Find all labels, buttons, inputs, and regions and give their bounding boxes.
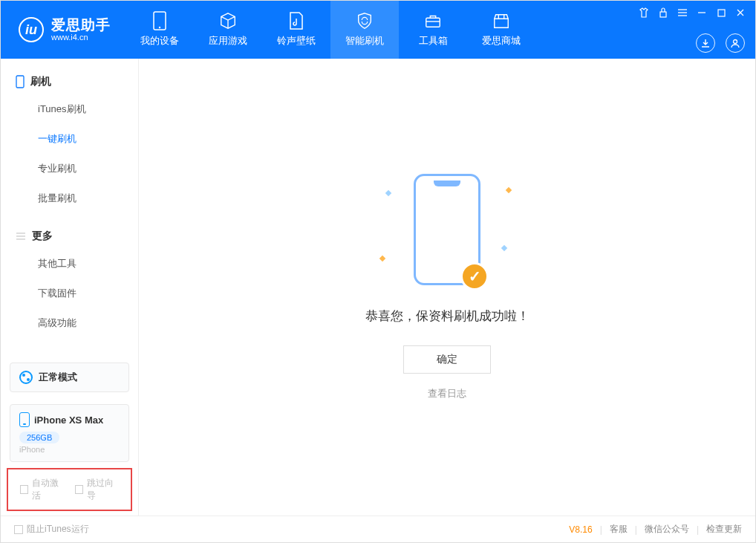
svg-rect-2 bbox=[426, 18, 440, 27]
main-content: ✓ 恭喜您，保资料刷机成功啦！ 确定 查看日志 bbox=[139, 59, 755, 516]
tab-label: 铃声壁纸 bbox=[277, 34, 316, 48]
footer-link-wechat[interactable]: 微信公众号 bbox=[645, 523, 689, 536]
tab-my-device[interactable]: 我的设备 bbox=[126, 1, 194, 59]
normal-mode-icon bbox=[19, 371, 33, 384]
svg-point-12 bbox=[734, 40, 737, 44]
list-icon bbox=[16, 232, 26, 241]
svg-rect-4 bbox=[660, 12, 666, 17]
tab-label: 工具箱 bbox=[419, 34, 448, 48]
sparkle-icon bbox=[501, 245, 507, 251]
checkbox-label: 阻止iTunes运行 bbox=[27, 523, 89, 536]
device-capacity-badge: 256GB bbox=[19, 432, 59, 443]
svg-rect-9 bbox=[718, 10, 725, 16]
ok-button[interactable]: 确定 bbox=[403, 345, 491, 374]
user-button[interactable] bbox=[726, 33, 745, 53]
sidebar-item-advanced[interactable]: 高级功能 bbox=[1, 308, 138, 338]
window-controls bbox=[638, 7, 746, 19]
tab-toolbox[interactable]: 工具箱 bbox=[399, 1, 467, 59]
refresh-shield-icon bbox=[356, 12, 374, 30]
tab-label: 我的设备 bbox=[140, 34, 179, 48]
cube-icon bbox=[219, 12, 237, 30]
checkbox-skip-guide[interactable]: 跳过向导 bbox=[75, 477, 120, 502]
menu-icon[interactable] bbox=[677, 7, 688, 19]
device-name: iPhone XS Max bbox=[34, 414, 103, 426]
checkbox-icon bbox=[75, 485, 83, 494]
lock-icon[interactable] bbox=[657, 7, 669, 19]
app-url: www.i4.cn bbox=[51, 33, 111, 42]
check-badge-icon: ✓ bbox=[460, 262, 489, 290]
sidebar-item-itunes-flash[interactable]: iTunes刷机 bbox=[1, 94, 138, 124]
download-button[interactable] bbox=[696, 33, 715, 53]
app-title: 爱思助手 bbox=[51, 18, 111, 33]
music-file-icon bbox=[287, 12, 305, 30]
device-mode-box[interactable]: 正常模式 bbox=[10, 362, 129, 392]
main-tabs: 我的设备 应用游戏 铃声壁纸 智能刷机 工具箱 爱思商城 bbox=[126, 1, 535, 59]
success-message: 恭喜您，保资料刷机成功啦！ bbox=[365, 308, 529, 325]
checkbox-label: 自动激活 bbox=[32, 477, 64, 502]
tab-label: 智能刷机 bbox=[345, 34, 384, 48]
footer-link-update[interactable]: 检查更新 bbox=[706, 523, 742, 536]
footer-link-support[interactable]: 客服 bbox=[610, 523, 628, 536]
tab-smart-flash[interactable]: 智能刷机 bbox=[330, 1, 399, 59]
close-button[interactable] bbox=[734, 7, 746, 19]
tab-apps-games[interactable]: 应用游戏 bbox=[194, 1, 262, 59]
checkbox-auto-activate[interactable]: 自动激活 bbox=[20, 477, 65, 502]
device-info-box[interactable]: iPhone XS Max 256GB iPhone bbox=[10, 404, 129, 462]
tshirt-icon[interactable] bbox=[638, 7, 650, 19]
toolbox-icon bbox=[424, 12, 442, 30]
svg-rect-13 bbox=[16, 76, 24, 88]
sidebar: 刷机 iTunes刷机 一键刷机 专业刷机 批量刷机 更多 其他工具 下载固件 … bbox=[1, 59, 139, 516]
phone-success-illustration: ✓ bbox=[414, 174, 480, 285]
store-icon bbox=[492, 12, 510, 30]
device-phone-icon bbox=[19, 412, 30, 427]
sparkle-icon bbox=[379, 256, 385, 261]
checkbox-icon bbox=[14, 525, 23, 534]
sidebar-section-flash: 刷机 bbox=[1, 72, 138, 94]
minimize-button[interactable] bbox=[696, 7, 708, 19]
tab-label: 应用游戏 bbox=[209, 34, 247, 48]
sidebar-item-batch-flash[interactable]: 批量刷机 bbox=[1, 183, 138, 213]
tab-label: 爱思商城 bbox=[482, 34, 521, 48]
header-right-buttons bbox=[696, 33, 745, 53]
sidebar-item-download-firmware[interactable]: 下载固件 bbox=[1, 279, 138, 308]
checkbox-block-itunes[interactable]: 阻止iTunes运行 bbox=[14, 523, 89, 536]
app-logo: iu 爱思助手 www.i4.cn bbox=[1, 17, 126, 42]
sparkle-icon bbox=[506, 187, 512, 193]
checkbox-icon bbox=[20, 485, 28, 494]
highlighted-options-box: 自动激活 跳过向导 bbox=[7, 468, 132, 511]
tab-ringtones-wallpapers[interactable]: 铃声壁纸 bbox=[262, 1, 330, 59]
version-label: V8.16 bbox=[569, 524, 592, 535]
checkbox-label: 跳过向导 bbox=[87, 477, 119, 502]
mode-label: 正常模式 bbox=[39, 371, 77, 384]
maximize-button[interactable] bbox=[715, 7, 727, 19]
section-title: 刷机 bbox=[30, 75, 51, 88]
phone-icon bbox=[151, 12, 169, 30]
sidebar-item-pro-flash[interactable]: 专业刷机 bbox=[1, 154, 138, 183]
sidebar-section-more: 更多 bbox=[1, 227, 138, 249]
footer-bar: 阻止iTunes运行 V8.16 | 客服 | 微信公众号 | 检查更新 bbox=[1, 516, 755, 542]
phone-icon bbox=[16, 75, 25, 88]
app-header: iu 爱思助手 www.i4.cn 我的设备 应用游戏 铃声壁纸 智能刷机 工具… bbox=[1, 1, 755, 59]
device-type: iPhone bbox=[19, 445, 120, 454]
tab-store[interactable]: 爱思商城 bbox=[467, 1, 535, 59]
section-title: 更多 bbox=[32, 230, 53, 243]
logo-icon: iu bbox=[19, 17, 44, 42]
view-log-link[interactable]: 查看日志 bbox=[428, 387, 466, 400]
sparkle-icon bbox=[385, 190, 391, 196]
sidebar-item-other-tools[interactable]: 其他工具 bbox=[1, 249, 138, 279]
svg-point-1 bbox=[159, 27, 160, 28]
sidebar-item-oneclick-flash[interactable]: 一键刷机 bbox=[1, 124, 138, 154]
